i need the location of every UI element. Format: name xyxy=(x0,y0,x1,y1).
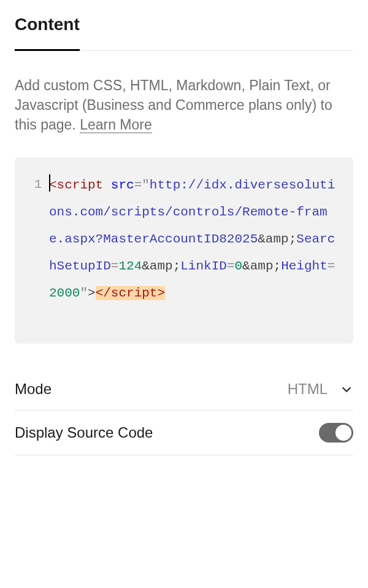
token-amp1: &amp; xyxy=(258,232,296,246)
token-close-tag: </script> xyxy=(96,286,165,300)
token-quote-open: " xyxy=(142,178,150,192)
token-open-tag: <script xyxy=(49,178,103,192)
token-num1: 124 xyxy=(118,259,142,273)
token-amp2: &amp; xyxy=(142,259,180,273)
mode-select[interactable]: HTML xyxy=(288,381,353,398)
mode-row: Mode HTML xyxy=(15,368,353,411)
chevron-down-icon xyxy=(340,382,353,396)
display-source-toggle[interactable] xyxy=(319,423,353,443)
code-content[interactable]: <script src="http://idx.diversesolutions… xyxy=(49,172,339,307)
line-number: 1 xyxy=(29,172,49,307)
token-quote-close: " xyxy=(80,286,88,300)
text-cursor xyxy=(49,174,50,191)
token-url4: Height xyxy=(281,259,328,273)
token-eq3: = xyxy=(227,259,235,273)
token-url3: LinkID xyxy=(180,259,227,273)
description-text: Add custom CSS, HTML, Markdown, Plain Te… xyxy=(15,77,332,133)
mode-value: HTML xyxy=(288,381,328,398)
token-eq2: = xyxy=(111,259,119,273)
token-num2: 0 xyxy=(235,259,243,273)
mode-label: Mode xyxy=(15,381,52,398)
learn-more-link[interactable]: Learn More xyxy=(80,117,152,133)
token-eq: = xyxy=(134,178,142,192)
panel-description: Add custom CSS, HTML, Markdown, Plain Te… xyxy=(15,75,353,135)
token-close-angle: > xyxy=(88,286,96,300)
display-source-label: Display Source Code xyxy=(15,424,153,441)
code-editor[interactable]: 1 <script src="http://idx.diversesolutio… xyxy=(15,157,353,344)
token-eq4: = xyxy=(328,259,335,273)
token-amp3: &amp; xyxy=(242,259,281,273)
tabs-bar: Content xyxy=(15,15,353,51)
token-attr-src: src xyxy=(111,178,134,192)
display-source-row: Display Source Code xyxy=(15,411,353,455)
token-num3: 2000 xyxy=(49,286,80,300)
tab-content[interactable]: Content xyxy=(15,15,80,51)
toggle-knob xyxy=(335,425,351,441)
